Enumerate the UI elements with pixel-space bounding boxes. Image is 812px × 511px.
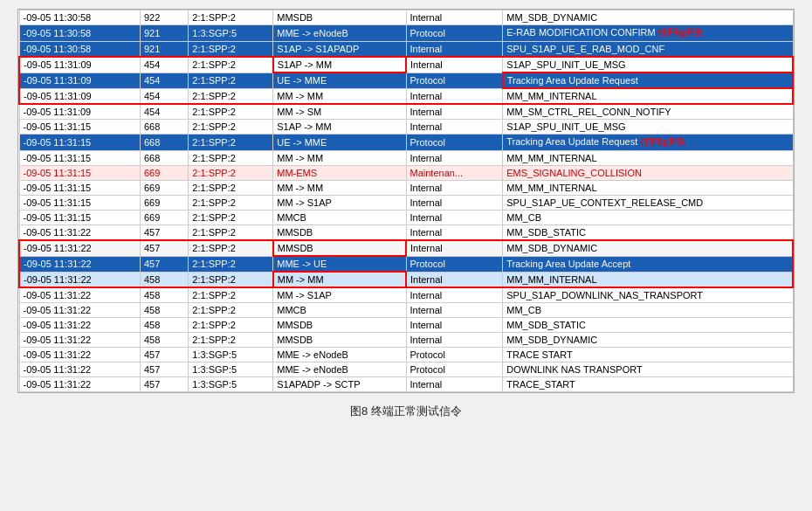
caption-text: 图8 终端正常测试信令 <box>350 404 462 418</box>
table-row: -09-05 11:31:224582:1:SPP:2MM -> S1APInt… <box>19 287 793 303</box>
table-row: -09-05 11:31:156692:1:SPP:2MM-EMSMainten… <box>19 166 793 181</box>
table-row: -09-05 11:31:224572:1:SPP:2MME -> UEProt… <box>19 256 793 272</box>
table-row: -09-05 11:31:224582:1:SPP:2MM -> MMInter… <box>19 272 793 287</box>
table-row: -09-05 11:31:156682:1:SPP:2S1AP -> MMInt… <box>19 120 793 135</box>
table-row: -09-05 11:31:156682:1:SPP:2UE -> MMEProt… <box>19 135 793 151</box>
table-row: -09-05 11:31:224571:3:SGP:5S1APADP -> SC… <box>19 377 793 392</box>
table-row: -09-05 11:31:224572:1:SPP:2MMSDBInternal… <box>19 225 793 241</box>
table-row: -09-05 11:31:156692:1:SPP:2MM -> S1APInt… <box>19 196 793 211</box>
table-row: -09-05 11:31:094542:1:SPP:2S1AP -> MMInt… <box>19 57 793 73</box>
table-row: -09-05 11:31:224582:1:SPP:2MMCBInternalM… <box>19 303 793 318</box>
table-row: -09-05 11:31:224582:1:SPP:2MMSDBInternal… <box>19 318 793 333</box>
table-row: -09-05 11:31:224571:3:SGP:5MME -> eNodeB… <box>19 348 793 363</box>
table-row: -09-05 11:31:094542:1:SPP:2MM -> SMInter… <box>19 104 793 120</box>
table-row: -09-05 11:31:156692:1:SPP:2MMCBInternalM… <box>19 211 793 225</box>
table-row: -09-05 11:31:094542:1:SPP:2MM -> MMInter… <box>19 88 793 104</box>
signal-table: -09-05 11:30:589222:1:SPP:2MMSDBInternal… <box>17 9 795 393</box>
table-row: -09-05 11:30:589222:1:SPP:2MMSDBInternal… <box>19 10 793 25</box>
table-row: -09-05 11:31:094542:1:SPP:2UE -> MMEProt… <box>19 73 793 88</box>
table-row: -09-05 11:31:156692:1:SPP:2MM -> MMInter… <box>19 181 793 196</box>
table-row: -09-05 11:31:224571:3:SGP:5MME -> eNodeB… <box>19 363 793 377</box>
table-row: -09-05 11:31:224572:1:SPP:2MMSDBInternal… <box>19 240 793 256</box>
table-row: -09-05 11:31:156682:1:SPP:2MM -> MMInter… <box>19 151 793 166</box>
table-row: -09-05 11:31:224582:1:SPP:2MMSDBInternal… <box>19 333 793 348</box>
table-row: -09-05 11:30:589212:1:SPP:2S1AP -> S1APA… <box>19 42 793 58</box>
figure-caption: 图8 终端正常测试信令 <box>350 404 462 419</box>
table-row: -09-05 11:30:589211:3:SGP:5MME -> eNodeB… <box>19 25 793 42</box>
